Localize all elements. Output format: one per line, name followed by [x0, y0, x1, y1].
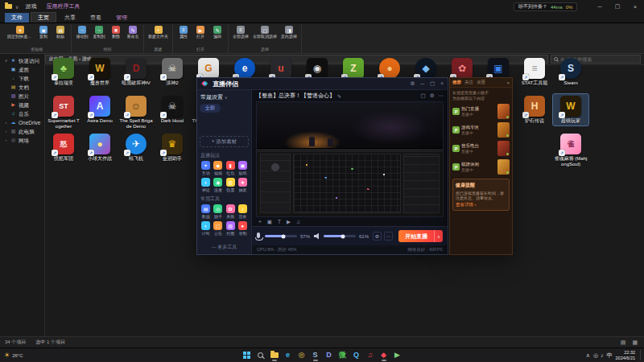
- expander-icon[interactable]: ›: [4, 119, 8, 126]
- taskbar-app-music[interactable]: ♫: [364, 349, 376, 361]
- source-list[interactable]: [200, 115, 249, 134]
- desktop-icon-雀魂麻将 (MahjongSoul)[interactable]: 雀↗雀魂麻将 (MahjongSoul): [553, 132, 588, 168]
- ribbon-button-固定到快速访问[interactable]: ✦固定到快速访问: [7, 25, 33, 39]
- sidebar-item-此电脑[interactable]: ›▥此电脑: [0, 127, 44, 136]
- volume-icon[interactable]: ♪: [601, 352, 604, 359]
- ribbon-button-属性[interactable]: ≡属性: [177, 25, 190, 39]
- ribbon-button-移动到[interactable]: →移动到: [76, 25, 89, 39]
- taskbar-app-game[interactable]: ▶: [391, 349, 403, 361]
- live-preview[interactable]: [256, 101, 444, 217]
- ribbon-button-打开[interactable]: ▶打开: [194, 25, 207, 39]
- close-icon[interactable]: ×: [506, 80, 510, 85]
- play-item-福袋[interactable]: ◆福袋: [212, 161, 224, 175]
- desktop-icon-Dark Hood[interactable]: ☠↗Dark Hood: [155, 94, 190, 125]
- assistant-tab-设置[interactable]: 设置: [477, 80, 485, 85]
- add-source-button[interactable]: + 添加素材: [200, 136, 249, 147]
- play-item-互动[interactable]: ✦互动: [200, 161, 212, 175]
- taskbar-app-explorer[interactable]: [268, 349, 280, 361]
- tool-item-公告[interactable]: ▢公告: [212, 221, 224, 236]
- control-button-1[interactable]: ⋯: [384, 232, 393, 241]
- source-tool-3[interactable]: ▶: [287, 219, 291, 225]
- taskbar-app-discord[interactable]: D: [323, 349, 335, 361]
- taskbar-app-search[interactable]: [254, 349, 266, 361]
- desktop-icon-愤怒军团[interactable]: 怒↗愤怒军团: [46, 132, 81, 163]
- close-button[interactable]: ×: [440, 80, 444, 87]
- scene-selector[interactable]: 常规设置 ∨: [200, 93, 249, 104]
- notice-link[interactable]: 查看详情 ›: [456, 202, 506, 208]
- network-icon[interactable]: ◎: [593, 352, 598, 359]
- sidebar-item-快速访问[interactable]: ∨★快速访问: [0, 56, 44, 65]
- more-tools-link[interactable]: — 更多工具: [200, 242, 249, 253]
- desktop-icon-超级玩家[interactable]: W↗超级玩家: [553, 94, 588, 125]
- view-toggle-1[interactable]: ▦: [630, 339, 639, 346]
- maximize-button[interactable]: ▢: [430, 80, 435, 87]
- sidebar-item-OneDrive[interactable]: ›☁OneDrive: [0, 118, 44, 127]
- start-stream-dropdown[interactable]: ∨: [434, 230, 443, 242]
- play-item-连麦[interactable]: ◉连麦: [212, 178, 224, 192]
- desktop-icon-STAT工具箱[interactable]: ≡↗STAT工具箱: [517, 56, 552, 88]
- settings-icon[interactable]: ⚙: [411, 80, 415, 87]
- microphone-icon[interactable]: [257, 232, 260, 238]
- tool-item-音效[interactable]: ♪音效: [237, 204, 249, 219]
- ribbon-tab-主页[interactable]: 主页: [31, 12, 56, 23]
- tool-item-计时[interactable]: ◐计时: [200, 221, 212, 236]
- taskbar-widgets[interactable]: ☀ 26°C: [4, 348, 23, 362]
- fullscreen-icon[interactable]: ▢: [421, 93, 426, 99]
- taskbar-app-steam[interactable]: S: [309, 349, 321, 361]
- sidebar-item-音乐[interactable]: ♫音乐: [0, 109, 44, 118]
- start-stream-button[interactable]: 开始直播 ∨: [398, 230, 443, 242]
- quick-access-toolbar-caret[interactable]: ∨: [15, 4, 19, 10]
- speaker-volume-knob[interactable]: [341, 234, 345, 238]
- expander-icon[interactable]: ›: [4, 128, 8, 135]
- desktop-icon-渎神2[interactable]: ☠↗渎神2: [155, 56, 190, 88]
- expander-icon[interactable]: ›: [4, 137, 8, 144]
- play-item-贴纸[interactable]: ▣贴纸: [237, 161, 249, 175]
- assistant-tab-关注[interactable]: 关注: [464, 80, 473, 85]
- maximize-button[interactable]: ▢: [609, 0, 626, 13]
- ribbon-button-复制[interactable]: ▣复制: [37, 25, 50, 39]
- desktop-icon-金冠助手[interactable]: ♛↗金冠助手: [155, 132, 190, 163]
- source-tool-0[interactable]: +: [258, 219, 262, 224]
- ribbon-button-新建文件夹[interactable]: +新建文件夹: [148, 25, 168, 39]
- settings-icon[interactable]: ⚙: [430, 93, 435, 99]
- play-item-红包[interactable]: ▮红包: [225, 161, 237, 175]
- edit-title-icon[interactable]: ✎: [337, 93, 341, 99]
- minimize-button[interactable]: ─: [591, 0, 609, 13]
- taskbar-app-browser[interactable]: ◎: [295, 349, 308, 361]
- sidebar-item-下载[interactable]: ↓下载: [0, 74, 44, 83]
- taskbar-app-qq[interactable]: Q: [350, 349, 362, 361]
- tool-item-数据[interactable]: ▤数据: [200, 204, 212, 219]
- desktop-icon-纸飞机[interactable]: ✈↗纸飞机: [118, 132, 154, 163]
- audio-monitor-toast[interactable]: 听不到伴奏？ 44ms 0%: [514, 2, 577, 11]
- ribbon-button-全部取消选择[interactable]: ▢全部取消选择: [253, 25, 277, 39]
- assistant-tab-推荐[interactable]: 推荐: [452, 80, 461, 85]
- play-item-投票[interactable]: ▥投票: [225, 178, 237, 192]
- expander-icon[interactable]: ∨: [4, 57, 8, 64]
- tab-all-sources[interactable]: 全部: [200, 104, 221, 113]
- taskbar-app-edge[interactable]: e: [282, 349, 294, 361]
- desktop-icon-The Spell Brigade Demo[interactable]: ☺↗The Spell Brigade Demo: [118, 94, 154, 130]
- ribbon-button-粘贴[interactable]: ▤粘贴: [54, 25, 67, 39]
- desktop-icon-暗黑破坏神IV[interactable]: D↗暗黑破坏神IV: [118, 56, 154, 88]
- mic-volume-knob[interactable]: [281, 234, 285, 238]
- show-desktop-button[interactable]: [640, 350, 642, 360]
- sidebar-item-视频[interactable]: ▶视频: [0, 101, 44, 109]
- close-button[interactable]: ×: [626, 0, 644, 13]
- sidebar-item-网络[interactable]: ›◎网络: [0, 136, 44, 145]
- more-icon[interactable]: ⋯: [439, 93, 444, 99]
- ribbon-button-复制到[interactable]: →复制到: [93, 25, 105, 39]
- tool-item-录制[interactable]: ●录制: [237, 221, 249, 236]
- tool-item-封面[interactable]: ▨封面: [225, 221, 237, 236]
- ribbon-button-编辑[interactable]: ✎编辑: [211, 25, 224, 39]
- control-button-0[interactable]: ⚙: [373, 232, 382, 241]
- desktop-icon-Steam[interactable]: S↗Steam: [553, 56, 588, 88]
- taskbar-app-wechat[interactable]: 微: [336, 349, 349, 361]
- desktop-icon-Supermarket Together[interactable]: ST↗Supermarket Together: [46, 94, 81, 130]
- contextual-tab-label[interactable]: 应用程序工具: [46, 2, 80, 10]
- play-item-评论[interactable]: ◗评论: [200, 178, 212, 192]
- play-item-抽奖[interactable]: ★抽奖: [237, 178, 249, 192]
- taskbar-app-start[interactable]: [241, 349, 253, 361]
- source-tool-1[interactable]: ▣: [267, 219, 272, 225]
- sidebar-item-图片[interactable]: ▨图片: [0, 92, 44, 101]
- recommendation-item-热门直播[interactable]: P热门直播直播中: [452, 102, 510, 121]
